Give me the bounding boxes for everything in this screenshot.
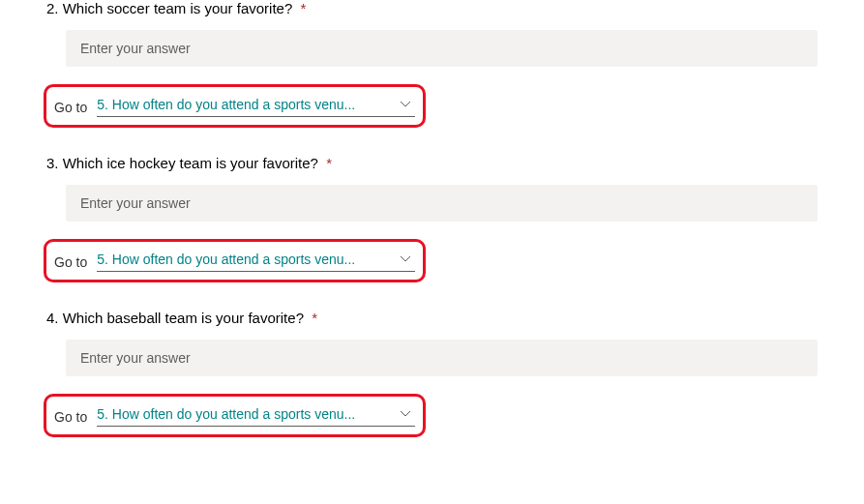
question-text: Which soccer team is your favorite?	[63, 0, 293, 16]
question-text: Which baseball team is your favorite?	[63, 310, 304, 326]
question-number: 4.	[46, 310, 59, 326]
goto-dropdown[interactable]: 5. How often do you attend a sports venu…	[97, 252, 415, 272]
question-title: 3. Which ice hockey team is your favorit…	[0, 155, 864, 171]
question-block-3: 3. Which ice hockey team is your favorit…	[0, 155, 864, 282]
goto-dropdown[interactable]: 5. How often do you attend a sports venu…	[97, 97, 415, 117]
question-number: 2.	[46, 0, 59, 16]
chevron-down-icon	[400, 101, 411, 108]
goto-value: 5. How often do you attend a sports venu…	[97, 406, 355, 422]
goto-dropdown[interactable]: 5. How often do you attend a sports venu…	[97, 406, 415, 427]
answer-input[interactable]	[66, 30, 818, 67]
chevron-down-icon	[400, 410, 411, 418]
goto-value: 5. How often do you attend a sports venu…	[97, 97, 355, 112]
goto-value: 5. How often do you attend a sports venu…	[97, 252, 355, 267]
goto-label: Go to	[54, 100, 87, 115]
question-title: 4. Which baseball team is your favorite?…	[0, 310, 864, 326]
branching-highlight: Go to 5. How often do you attend a sport…	[44, 239, 426, 282]
question-number: 3.	[46, 155, 59, 171]
chevron-down-icon	[400, 255, 411, 263]
required-indicator: *	[300, 0, 306, 16]
question-block-2: 2. Which soccer team is your favorite? *…	[0, 0, 864, 128]
goto-label: Go to	[54, 254, 87, 270]
required-indicator: *	[312, 310, 317, 326]
question-block-4: 4. Which baseball team is your favorite?…	[0, 310, 864, 437]
answer-input[interactable]	[66, 340, 818, 376]
required-indicator: *	[326, 155, 332, 171]
branching-highlight: Go to 5. How often do you attend a sport…	[44, 84, 426, 128]
question-text: Which ice hockey team is your favorite?	[63, 155, 318, 171]
answer-input[interactable]	[66, 185, 818, 222]
goto-label: Go to	[54, 409, 87, 425]
branching-highlight: Go to 5. How often do you attend a sport…	[44, 394, 426, 437]
question-title: 2. Which soccer team is your favorite? *	[0, 0, 864, 16]
